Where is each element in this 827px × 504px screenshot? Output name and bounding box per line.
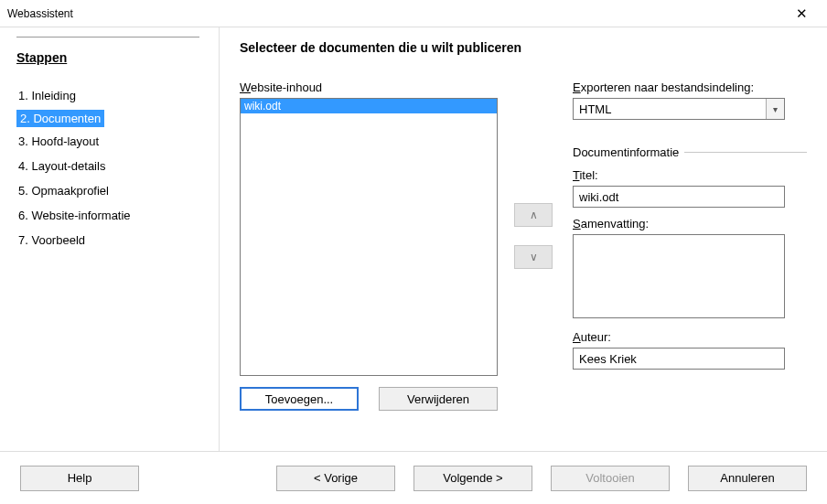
title-input[interactable]: [573, 186, 785, 208]
export-format-value: HTML: [579, 102, 611, 116]
content-listbox[interactable]: wiki.odt: [240, 98, 498, 376]
sidebar-separator: [16, 37, 199, 38]
window-title: Webassistent: [7, 7, 73, 20]
titlebar: Webassistent ✕: [0, 0, 827, 27]
author-input[interactable]: [573, 348, 785, 370]
close-icon[interactable]: ✕: [783, 0, 820, 27]
footer: Help < Vorige Volgende > Voltooien Annul…: [0, 451, 827, 504]
step-7[interactable]: 7. Voorbeeld: [16, 230, 202, 251]
author-label: Auteur:: [573, 330, 807, 344]
export-label: Exporteren naar bestandsindeling:: [573, 80, 807, 94]
summary-field: Samenvatting:: [573, 217, 807, 321]
dialog-body: Stappen 1. Inleiding 2. Documenten 3. Ho…: [0, 27, 827, 451]
title-label: Titel:: [573, 168, 807, 182]
content-label: Website-inhoud: [240, 80, 498, 94]
add-button[interactable]: Toevoegen...: [240, 387, 359, 411]
content-row: Website-inhoud wiki.odt Toevoegen... Ver…: [240, 80, 807, 411]
export-field: Exporteren naar bestandsindeling: HTML ▾: [573, 80, 807, 120]
list-item[interactable]: wiki.odt: [241, 99, 497, 113]
details-column: Exporteren naar bestandsindeling: HTML ▾…: [573, 80, 807, 411]
summary-textarea[interactable]: [573, 234, 785, 318]
page-title: Selecteer de documenten die u wilt publi…: [240, 40, 807, 55]
author-field: Auteur:: [573, 330, 807, 370]
docinfo-legend: Documentinformatie: [573, 145, 684, 159]
move-up-button[interactable]: ∧: [514, 203, 553, 227]
step-4[interactable]: 4. Layout-details: [16, 155, 202, 177]
main-panel: Selecteer de documenten die u wilt publi…: [220, 27, 827, 451]
sidebar: Stappen 1. Inleiding 2. Documenten 3. Ho…: [0, 27, 220, 451]
back-button[interactable]: < Vorige: [276, 466, 395, 491]
step-6[interactable]: 6. Website-informatie: [16, 205, 202, 226]
export-format-select[interactable]: HTML ▾: [573, 98, 785, 120]
help-button[interactable]: Help: [20, 466, 139, 491]
title-field: Titel:: [573, 168, 807, 208]
cancel-button[interactable]: Annuleren: [688, 466, 807, 491]
content-column: Website-inhoud wiki.odt Toevoegen... Ver…: [240, 80, 498, 411]
chevron-down-icon: ▾: [766, 99, 784, 119]
finish-button[interactable]: Voltooien: [551, 466, 670, 491]
move-down-button[interactable]: ∨: [514, 245, 553, 269]
content-buttons: Toevoegen... Verwijderen: [240, 387, 498, 411]
step-3[interactable]: 3. Hoofd-layout: [16, 131, 202, 152]
steps-list: 1. Inleiding 2. Documenten 3. Hoofd-layo…: [16, 85, 202, 251]
summary-label: Samenvatting:: [573, 217, 807, 231]
step-1[interactable]: 1. Inleiding: [16, 85, 202, 106]
step-2[interactable]: 2. Documenten: [16, 110, 104, 127]
step-5[interactable]: 5. Opmaakprofiel: [16, 180, 202, 201]
remove-button[interactable]: Verwijderen: [379, 387, 498, 411]
reorder-column: ∧ ∨: [514, 80, 556, 411]
next-button[interactable]: Volgende >: [414, 466, 532, 491]
steps-heading: Stappen: [16, 50, 202, 65]
docinfo-group: Documentinformatie Titel: Samenvatting: …: [573, 145, 807, 379]
